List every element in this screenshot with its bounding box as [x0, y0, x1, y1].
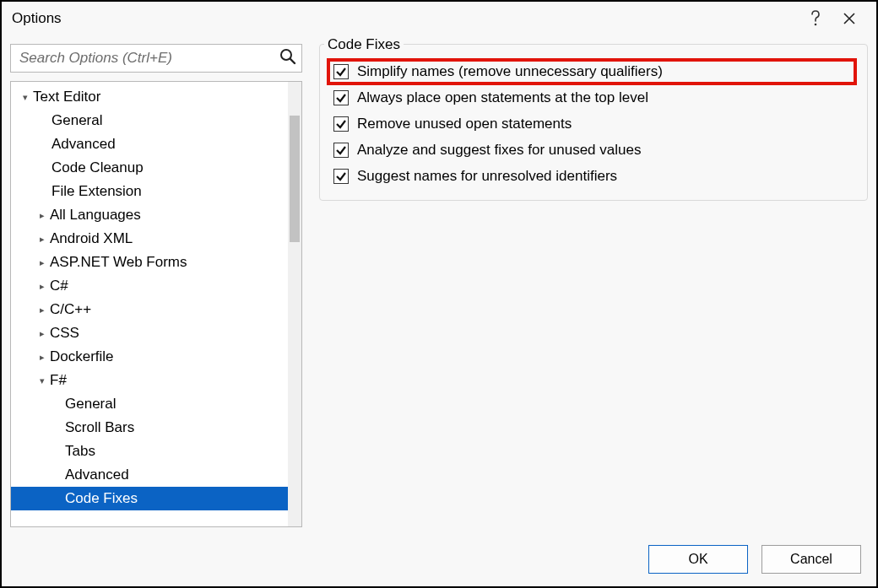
tree-item[interactable]: Advanced [11, 132, 288, 156]
tree-item[interactable]: ▸All Languages [11, 203, 288, 227]
search-input[interactable] [18, 49, 279, 67]
chevron-right-icon[interactable]: ▸ [36, 251, 48, 274]
tree-item-label: Code Fixes [65, 487, 138, 510]
tree-item-label: Dockerfile [50, 345, 114, 369]
option-row[interactable]: Simplify names (remove unnecessary quali… [330, 62, 854, 82]
svg-line-2 [290, 59, 295, 63]
tree-item-label: C/C++ [50, 298, 91, 321]
tree-item-label: All Languages [50, 203, 141, 227]
help-button[interactable] [799, 2, 832, 35]
checkbox[interactable] [333, 169, 349, 184]
dialog-footer: OK Cancel [2, 532, 876, 586]
option-label: Analyze and suggest fixes for unused val… [357, 142, 641, 159]
tree-item-label: Tabs [65, 440, 95, 463]
group-label: Code Fixes [324, 36, 404, 53]
tree-item[interactable]: ▸Android XML [11, 227, 288, 251]
tree-item[interactable]: ▾Text Editor [11, 85, 288, 109]
window-title: Options [12, 10, 62, 27]
tree-item-label: Advanced [65, 463, 129, 487]
tree-item[interactable]: General [11, 109, 288, 132]
chevron-right-icon[interactable]: ▸ [36, 345, 48, 369]
tree-item-label: F# [50, 369, 67, 392]
tree-item-label: Code Cleanup [51, 156, 144, 180]
category-tree: ▾Text EditorGeneralAdvancedCode CleanupF… [10, 81, 302, 527]
tree-item[interactable]: ▸C/C++ [11, 298, 288, 321]
tree-item[interactable]: Code Fixes [11, 487, 288, 510]
title-bar: Options [2, 2, 876, 35]
tree-item[interactable]: ▸CSS [11, 321, 288, 345]
chevron-right-icon[interactable]: ▸ [36, 321, 48, 345]
option-row[interactable]: Remove unused open statements [333, 114, 854, 134]
option-label: Suggest names for unresolved identifiers [357, 168, 617, 185]
search-box[interactable] [10, 44, 302, 73]
tree-item[interactable]: ▸C# [11, 274, 288, 298]
checkbox[interactable] [333, 143, 349, 158]
tree-item[interactable]: Advanced [11, 463, 288, 487]
ok-button[interactable]: OK [648, 545, 748, 574]
chevron-right-icon[interactable]: ▸ [36, 227, 48, 251]
checkbox[interactable] [333, 116, 349, 132]
tree-item[interactable]: ▸Dockerfile [11, 345, 288, 369]
tree-item-label: General [65, 392, 116, 416]
chevron-right-icon[interactable]: ▸ [36, 203, 48, 227]
tree-item-label: C# [50, 274, 68, 298]
tree-scrollbar[interactable] [288, 82, 301, 526]
tree-item-label: Scroll Bars [65, 416, 134, 440]
option-label: Always place open statements at the top … [357, 89, 648, 106]
option-label: Simplify names (remove unnecessary quali… [357, 63, 663, 80]
tree-item-label: CSS [50, 321, 79, 345]
svg-point-0 [815, 24, 817, 26]
tree-item-label: General [51, 109, 102, 132]
tree-item[interactable]: Scroll Bars [11, 416, 288, 440]
tree-item-label: ASP.NET Web Forms [50, 251, 187, 274]
close-button[interactable] [832, 2, 866, 35]
search-icon [279, 48, 296, 68]
tree-item[interactable]: Code Cleanup [11, 156, 288, 180]
tree-item-label: Android XML [50, 227, 133, 251]
chevron-right-icon[interactable]: ▸ [36, 274, 48, 298]
code-fixes-group: Code Fixes Simplify names (remove unnece… [319, 44, 868, 201]
tree-item[interactable]: ▾F# [11, 369, 288, 392]
tree-item[interactable]: ▸ASP.NET Web Forms [11, 251, 288, 274]
option-label: Remove unused open statements [357, 116, 572, 132]
tree-item[interactable]: File Extension [11, 180, 288, 203]
option-row[interactable]: Always place open statements at the top … [333, 88, 854, 108]
chevron-down-icon[interactable]: ▾ [19, 85, 31, 109]
option-row[interactable]: Suggest names for unresolved identifiers [333, 166, 854, 186]
tree-item-label: Text Editor [33, 85, 100, 109]
checkbox[interactable] [333, 90, 349, 105]
tree-item[interactable]: Tabs [11, 440, 288, 463]
checkbox[interactable] [333, 64, 349, 79]
cancel-button[interactable]: Cancel [761, 545, 861, 574]
tree-item-label: File Extension [51, 180, 142, 203]
chevron-right-icon[interactable]: ▸ [36, 298, 48, 321]
tree-item[interactable]: General [11, 392, 288, 416]
tree-item-label: Advanced [51, 132, 116, 156]
option-row[interactable]: Analyze and suggest fixes for unused val… [333, 140, 854, 160]
scrollbar-thumb[interactable] [290, 116, 300, 242]
chevron-down-icon[interactable]: ▾ [36, 369, 48, 392]
